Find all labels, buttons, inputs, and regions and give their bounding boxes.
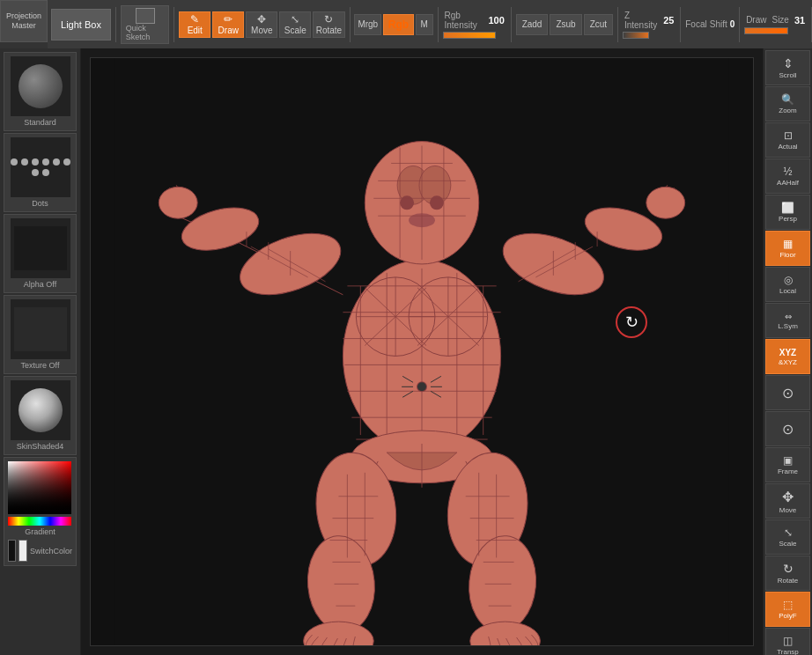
scroll-button[interactable]: ⇕ Scroll <box>765 50 810 85</box>
move-button[interactable]: ✥ Move <box>765 483 810 519</box>
lsym-icon: ⇔ <box>785 312 792 321</box>
frame-label: Frame <box>778 467 798 475</box>
alpha-preview <box>11 218 70 278</box>
local-button[interactable]: ◎ Local <box>765 267 810 302</box>
rotate-label: Rotate <box>316 26 342 35</box>
focal-shift-label: Shift <box>710 19 727 29</box>
persp-button[interactable]: ⬜ Persp <box>765 195 810 230</box>
m-button[interactable]: M <box>416 14 433 35</box>
move-label: Move <box>779 506 797 514</box>
draw-label2: Draw <box>744 15 768 25</box>
z-intensity-label: Z Intensity <box>623 11 659 30</box>
actual-icon: ⊡ <box>784 129 793 142</box>
rotation-cursor: ↻ <box>616 306 647 338</box>
rotate-icon: ↻ <box>783 562 794 576</box>
dots-brush-item[interactable]: Dots <box>4 133 77 212</box>
scale-icon: ⤡ <box>784 526 793 539</box>
edit-label: Edit <box>188 26 203 35</box>
edit-button[interactable]: ✎ Edit <box>179 11 210 38</box>
actual-button[interactable]: ⊡ Actual <box>765 122 810 158</box>
divider6 <box>617 7 618 42</box>
transp-icon: ◫ <box>783 635 793 647</box>
transp-button[interactable]: ◫ Transp <box>765 628 810 655</box>
matcap-label: SkinShaded4 <box>6 442 74 451</box>
polyf-button[interactable]: ⬚ PolyF <box>765 592 810 627</box>
switch-color-group: SwitchColor <box>8 540 72 562</box>
move-button[interactable]: ✥ Move <box>246 11 277 38</box>
r1-button[interactable]: ⊙ <box>765 375 810 410</box>
matcap-item[interactable]: SkinShaded4 <box>4 376 77 455</box>
matcap-sphere <box>18 388 63 432</box>
color-square[interactable] <box>8 461 71 514</box>
scale-button[interactable]: ⤡ Scale <box>279 11 311 38</box>
matcap-preview <box>11 380 70 440</box>
dots-brush-label: Dots <box>6 199 74 208</box>
hue-strip[interactable] <box>8 517 71 526</box>
draw-button[interactable]: ✏ Draw <box>212 11 244 38</box>
focal-shift-value: 0 <box>730 19 735 29</box>
frame-button[interactable]: ▣ Frame <box>765 447 810 482</box>
z-intensity-bar[interactable] <box>623 32 649 39</box>
rotate-icon: ↻ <box>324 13 333 26</box>
scroll-label: Scroll <box>779 71 796 79</box>
divider <box>115 7 116 42</box>
r2-icon: ⊙ <box>782 421 794 438</box>
color-picker[interactable]: Gradient SwitchColor <box>4 457 77 566</box>
zoom-button[interactable]: 🔍 Zoom <box>765 86 810 121</box>
polyf-icon: ⬚ <box>783 599 793 611</box>
projection-master-label: Projection Master <box>6 11 41 31</box>
svg-point-15 <box>400 195 414 210</box>
zsub-button[interactable]: Zsub <box>550 14 581 35</box>
standard-brush-sphere <box>18 64 63 108</box>
standard-brush-preview <box>11 56 70 116</box>
standard-brush-item[interactable]: Standard <box>4 52 77 131</box>
xyz-button[interactable]: XYZ &XYZ <box>765 339 810 374</box>
mrgb-button[interactable]: Mrgb <box>354 14 381 35</box>
floor-icon: ▦ <box>783 238 793 250</box>
rotate-button[interactable]: ↻ Rotate <box>313 11 344 38</box>
dot2 <box>21 158 28 166</box>
scroll-icon: ⇕ <box>783 56 794 70</box>
rgb-button[interactable]: Rgb <box>383 14 414 35</box>
left-panel: Standard Dots <box>0 48 81 655</box>
r1-icon: ⊙ <box>782 385 794 401</box>
alpha-label: Alpha Off <box>6 280 74 289</box>
draw-size-bar[interactable] <box>744 27 788 34</box>
dot1 <box>11 158 18 166</box>
secondary-color-swatch[interactable] <box>18 540 26 562</box>
local-icon: ◎ <box>784 274 793 286</box>
dot5 <box>53 158 60 166</box>
lightbox-button[interactable]: Light Box <box>51 9 111 40</box>
z-intensity-group: Z Intensity 25 <box>623 11 676 39</box>
zcut-button[interactable]: Zcut <box>584 14 613 35</box>
texture-item[interactable]: Texture Off <box>4 295 77 374</box>
rotate-button[interactable]: ↻ Rotate <box>765 556 810 591</box>
size-label: Size <box>770 15 790 25</box>
dots-pattern <box>11 158 70 176</box>
zadd-button[interactable]: Zadd <box>516 14 549 35</box>
move-icon: ✥ <box>257 13 266 26</box>
floor-button[interactable]: ▦ Floor <box>765 231 810 266</box>
dot6 <box>63 158 70 166</box>
alpha-item[interactable]: Alpha Off <box>4 214 77 293</box>
r2-button[interactable]: ⊙ <box>765 411 810 446</box>
draw-size-group: Draw Size 31 <box>744 15 807 34</box>
scale-button[interactable]: ⤡ Scale <box>765 519 810 555</box>
primary-color-swatch[interactable] <box>8 540 16 562</box>
projection-master-button[interactable]: Projection Master <box>0 0 48 42</box>
aahalf-icon: ½ <box>783 166 792 178</box>
rgb-intensity-bar[interactable] <box>443 32 496 39</box>
divider5 <box>511 7 512 42</box>
draw-icon: ✏ <box>224 13 233 26</box>
model-viewport[interactable] <box>91 58 753 645</box>
rotation-cursor-icon: ↻ <box>625 313 639 332</box>
aahalf-button[interactable]: ½ AAHalf <box>765 158 810 194</box>
dot8 <box>42 169 49 176</box>
canvas-viewport[interactable]: ↻ <box>90 57 754 646</box>
quick-sketch-button[interactable]: Quick Sketch <box>121 5 170 44</box>
canvas-area[interactable]: ↻ <box>81 48 763 655</box>
lsym-button[interactable]: ⇔ L.Sym <box>765 303 810 338</box>
svg-point-16 <box>430 195 444 210</box>
dot4 <box>42 158 49 166</box>
svg-point-40 <box>646 187 685 218</box>
